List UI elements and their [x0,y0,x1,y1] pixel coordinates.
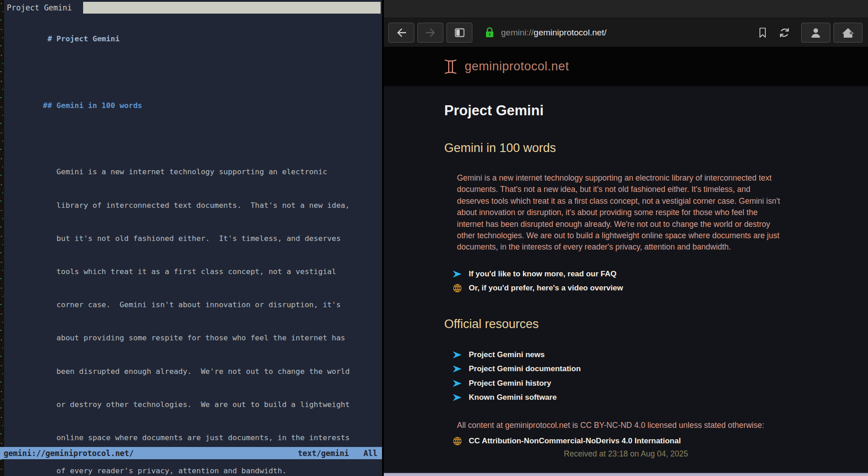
gemini-browser-window: gemini://geminiprotocol.net/ [384,0,868,476]
page-link[interactable]: Known Gemini software [452,390,784,405]
status-scroll-position: All [363,449,377,458]
reload-icon [778,26,791,39]
terminal-client-window: Project Gemini # Project Gemini ## Gemin… [0,0,382,476]
menu-bar [384,0,868,18]
url-text: gemini://geminiprotocol.net/ [501,28,747,38]
gemtext-line-text: been disrupted enough already. We're not… [43,367,350,376]
forward-arrow-icon [424,26,437,39]
page-link[interactable]: If you'd like to know more, read our FAQ [452,267,784,281]
gemtext-line: # Project Gemini [7,23,380,56]
page-link[interactable]: Project Gemini documentation [452,362,784,376]
bookmark-icon [757,26,768,39]
gemtext-line-text: library of interconnected text documents… [43,201,350,210]
gemtext-line-text: of every reader's privacy, attention and… [43,466,286,475]
lock-icon [484,26,496,39]
gemini-link-arrow-icon [452,393,462,402]
desktop-edge-strip [0,0,4,476]
sidebar-icon [453,26,466,39]
gemtext-document: # Project Gemini ## Gemini in 100 words … [7,23,380,476]
page-content: Project Gemini Gemini in 100 words Gemin… [384,103,784,448]
section-heading-official: Official resources [444,317,784,331]
link-label: Project Gemini documentation [469,364,581,373]
home-icon [841,26,855,39]
gemtext-line [7,123,380,156]
link-label: CC Attribution-NonCommercial-NoDerivs 4.… [469,437,681,446]
page-link[interactable]: Project Gemini history [452,376,784,391]
gemtext-line: about providing some respite for those w… [7,322,380,355]
official-links: Project Gemini news [452,348,784,405]
sidebar-toggle-button[interactable] [446,23,472,43]
section-heading-words: Gemini in 100 words [444,141,784,155]
page-link[interactable]: Or, if you'd prefer, here's a video over… [452,281,784,295]
forward-button[interactable] [417,23,443,43]
reload-button[interactable] [778,26,791,39]
gemtext-line: corner case. Gemini isn't about innovati… [7,289,380,322]
gemtext-line-text: ## Gemini in 100 words [43,101,142,110]
gemtext-line: Gemini is a new internet technology supp… [7,156,380,189]
link-label: Or, if you'd prefer, here's a video over… [469,284,623,293]
gemtext-line-text: or destroy other technologies. We are ou… [43,400,350,409]
license-text: All content at geminiprotocol.net is CC … [457,421,784,430]
url-scheme: gemini:// [501,28,534,37]
gemtext-line-text: about providing some respite for those w… [43,334,345,342]
link-label: If you'd like to know more, read our FAQ [469,270,616,279]
url-host: geminiprotocol.net/ [534,28,607,37]
link-label: Project Gemini history [469,379,551,388]
site-banner: geminiprotocol.net [384,47,868,86]
back-button[interactable] [388,23,414,43]
gemtext-line: tools which treat it as a first class co… [7,255,380,289]
page-title: Project Gemini [444,103,784,119]
window-bottom-edge [384,473,868,476]
navigation-toolbar: gemini://geminiprotocol.net/ [384,18,868,47]
terminal-status-bar: gemini://geminiprotocol.net/ text/gemini… [0,447,382,459]
gemtext-line-text: corner case. Gemini isn't about innovati… [43,300,341,309]
gemini-link-arrow-icon [452,350,462,359]
bookmark-page-button[interactable] [757,26,768,39]
gemtext-line: or destroy other technologies. We are ou… [7,388,380,421]
link-label: Known Gemini software [469,393,557,402]
intro-paragraph: Gemini is a new internet technology supp… [457,172,780,253]
gemini-link-arrow-icon [452,379,462,388]
gemtext-line-text: but it's not old fashioned either. It's … [43,234,341,243]
status-mime-type: text/gemini [298,449,349,458]
status-url: gemini://geminiprotocol.net/ [4,449,134,458]
gemtext-line: but it's not old fashioned either. It's … [7,222,380,255]
web-link-globe-icon [452,436,462,446]
gemtext-line: been disrupted enough already. We're not… [7,355,380,388]
gemtext-line-text: # Project Gemini [43,34,119,43]
license-link-row: CC Attribution-NonCommercial-NoDerivs 4.… [452,434,784,448]
banner-site-name: geminiprotocol.net [465,59,569,74]
web-link-globe-icon [452,283,462,293]
status-right-group: text/geminiAll [270,440,377,467]
person-icon [809,26,822,39]
link-label: Project Gemini news [469,350,545,359]
gemini-glyph-icon [444,58,457,75]
identity-button[interactable] [801,23,830,43]
gemtext-line-text: tools which treat it as a first class co… [43,267,336,276]
gemtext-line [7,56,380,89]
url-bar[interactable]: gemini://geminiprotocol.net/ [476,23,798,43]
gemini-link-arrow-icon [452,270,462,279]
page-link[interactable]: CC Attribution-NonCommercial-NoDerivs 4.… [452,434,784,448]
terminal-title: Project Gemini [7,3,72,12]
gemtext-line-text: Gemini is a new internet technology supp… [43,167,327,176]
page-link[interactable]: Project Gemini news [452,348,784,362]
intro-links: If you'd like to know more, read our FAQ [452,267,784,295]
terminal-titlebar: Project Gemini [7,2,381,14]
home-button[interactable] [833,23,863,43]
gemtext-line: ## Gemini in 100 words [7,89,380,122]
gemini-link-arrow-icon [452,364,462,373]
gemtext-line: library of interconnected text documents… [7,189,380,222]
terminal-titlebar-fill [83,2,381,14]
back-arrow-icon [395,26,408,39]
received-timestamp: Received at 23:18 on Aug 04, 2025 [384,449,868,459]
